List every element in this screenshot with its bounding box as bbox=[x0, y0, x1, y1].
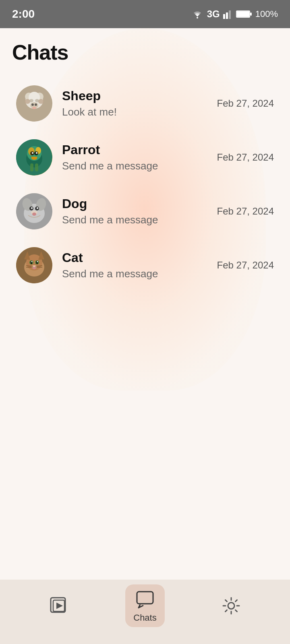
status-icons: 3G 100% bbox=[191, 8, 278, 20]
chat-name-cat: Cat bbox=[62, 250, 213, 265]
chat-list: Sheep Look at me! Feb 27, 2024 bbox=[12, 76, 278, 292]
nav-item-settings[interactable] bbox=[213, 591, 250, 620]
svg-rect-31 bbox=[30, 163, 33, 171]
svg-point-0 bbox=[197, 17, 198, 19]
chat-info-dog: Dog Send me a message bbox=[62, 196, 213, 226]
chat-icon bbox=[135, 588, 155, 609]
battery-label: 100% bbox=[255, 9, 278, 19]
status-bar: 2:00 3G 100% bbox=[0, 0, 290, 28]
svg-point-17 bbox=[35, 103, 37, 106]
svg-rect-5 bbox=[250, 12, 252, 16]
wifi-icon bbox=[191, 9, 204, 19]
avatar-cat bbox=[16, 247, 52, 283]
chat-date-dog: Feb 27, 2024 bbox=[217, 206, 274, 217]
chat-item-cat[interactable]: Cat Send me a message Feb 27, 2024 bbox=[12, 238, 278, 292]
svg-point-56 bbox=[33, 267, 36, 269]
media-icon bbox=[48, 595, 69, 616]
svg-point-18 bbox=[32, 107, 36, 109]
settings-icon bbox=[221, 595, 242, 616]
svg-point-19 bbox=[25, 99, 30, 104]
nav-item-media[interactable] bbox=[40, 591, 77, 620]
svg-point-43 bbox=[32, 213, 36, 216]
nav-label-chats: Chats bbox=[133, 613, 156, 623]
chat-preview-cat: Send me a message bbox=[62, 268, 213, 280]
chat-name-dog: Dog bbox=[62, 196, 213, 211]
chat-item-sheep[interactable]: Sheep Look at me! Feb 27, 2024 bbox=[12, 76, 278, 130]
svg-rect-3 bbox=[229, 10, 231, 19]
avatar-sheep bbox=[16, 85, 52, 122]
chat-item-parrot[interactable]: Parrot Send me a message Feb 27, 2024 bbox=[12, 130, 278, 184]
battery-icon bbox=[236, 10, 252, 19]
svg-rect-2 bbox=[226, 12, 228, 19]
svg-rect-1 bbox=[223, 14, 225, 19]
svg-rect-32 bbox=[35, 163, 38, 171]
chat-date-parrot: Feb 27, 2024 bbox=[217, 152, 274, 163]
page-title: Chats bbox=[12, 40, 278, 64]
svg-marker-63 bbox=[56, 603, 63, 609]
chat-date-sheep: Feb 27, 2024 bbox=[217, 98, 274, 109]
svg-point-53 bbox=[31, 261, 33, 262]
svg-point-41 bbox=[37, 207, 38, 209]
svg-rect-7 bbox=[236, 11, 249, 17]
chat-preview-parrot: Send me a message bbox=[62, 160, 213, 172]
network-indicator: 3G bbox=[207, 8, 220, 20]
bottom-nav: Chats bbox=[0, 580, 290, 644]
avatar-dog bbox=[16, 193, 52, 229]
svg-point-40 bbox=[31, 207, 33, 209]
main-content: Chats bbox=[0, 28, 290, 292]
svg-point-28 bbox=[32, 152, 33, 154]
chat-preview-dog: Send me a message bbox=[62, 214, 213, 226]
svg-point-16 bbox=[31, 103, 34, 106]
nav-item-chats[interactable]: Chats bbox=[125, 584, 164, 627]
chat-name-parrot: Parrot bbox=[62, 142, 213, 157]
chat-name-sheep: Sheep bbox=[62, 89, 213, 103]
svg-point-65 bbox=[228, 603, 234, 609]
signal-icon bbox=[223, 9, 233, 19]
chat-preview-sheep: Look at me! bbox=[62, 106, 213, 118]
status-time: 2:00 bbox=[12, 8, 35, 21]
chat-item-dog[interactable]: Dog Send me a message Feb 27, 2024 bbox=[12, 184, 278, 238]
avatar-parrot bbox=[16, 139, 52, 175]
chat-info-parrot: Parrot Send me a message bbox=[62, 142, 213, 172]
svg-point-29 bbox=[36, 152, 37, 154]
svg-rect-64 bbox=[137, 592, 153, 604]
chat-info-cat: Cat Send me a message bbox=[62, 250, 213, 280]
svg-point-20 bbox=[38, 99, 44, 104]
svg-point-30 bbox=[31, 157, 37, 160]
chat-date-cat: Feb 27, 2024 bbox=[217, 260, 274, 271]
svg-point-54 bbox=[37, 261, 38, 262]
chat-info-sheep: Sheep Look at me! bbox=[62, 89, 213, 118]
